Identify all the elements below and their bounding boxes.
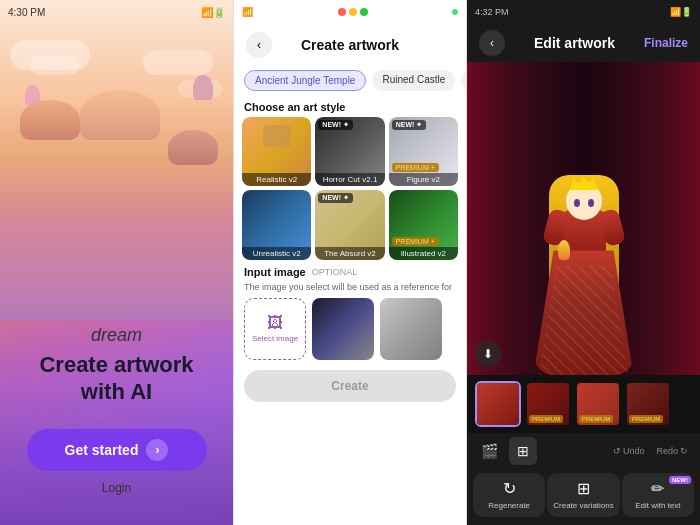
premium-badge-figure: PREMIUM + [392,163,439,172]
login-link[interactable]: Login [102,481,131,495]
chip-jungle[interactable]: Ancient Jungle Temple [244,70,366,91]
art-label-realistic: Realistic v2 [242,173,311,186]
minimize-dot[interactable] [349,8,357,16]
action-bar: ↻ Regenerate ⊞ Create variations NEW! ✏ … [467,469,700,525]
island-right [168,130,218,165]
new-feature-badge: NEW! [669,476,691,484]
toolbar: 🎬 ⊞ ↺ Undo Redo ↻ [467,433,700,469]
redo-label: Redo [656,446,678,456]
art-label-figure: Figure v2 [389,173,458,186]
princess-container [467,62,700,375]
create-button[interactable]: Create [244,370,456,402]
tree1 [25,85,40,105]
art-card-unrealistic[interactable]: Unrealistic v2 [242,190,311,259]
thumb-premium-2: PREMIUM [529,415,563,423]
variations-icon: ⊞ [577,479,590,498]
redo-button[interactable]: Redo ↻ [652,444,692,458]
online-indicator [452,7,458,17]
art-label-illustrated: Illustrated v2 [389,247,458,260]
undo-icon: ↺ [613,446,621,456]
create-variations-button[interactable]: ⊞ Create variations [547,473,619,517]
style-chips-row: Ancient Jungle Temple Ruined Castle Fie.… [234,66,466,95]
undo-label: Undo [623,446,645,456]
finalize-button[interactable]: Finalize [644,36,688,50]
input-section: Input image OPTIONAL The image you selec… [234,260,466,364]
panel-dream-intro: 4:30 PM 📶🔋 dream Create artwork with AI … [0,0,233,525]
princess-flower [558,240,570,260]
art-label-absurd: The Absurd v2 [315,247,384,260]
panel2-title: Create artwork [280,37,420,53]
dream-logo: dream [91,325,142,346]
create-button-bar: Create [234,364,466,408]
thumb-premium-3: PREMIUM [579,415,613,423]
art-card-horror[interactable]: NEW! ✦ Horror Cut v2.1 [315,117,384,186]
thumbnail-row: PREMIUM PREMIUM PREMIUM [467,375,700,433]
art-card-illustrated[interactable]: PREMIUM + Illustrated v2 [389,190,458,259]
thumbnail-2[interactable]: PREMIUM [525,381,571,427]
grid-tool-button[interactable]: ⊞ [509,437,537,465]
redo-icon: ↻ [680,446,688,456]
cloud-left2 [30,55,80,75]
thumb-premium-4: PREMIUM [629,415,663,423]
arrow-icon: › [146,439,168,461]
get-started-label: Get started [65,442,139,458]
panel-create-artwork: 📶 ‹ Create artwork Ancient Jungle Temple… [233,0,467,525]
get-started-button[interactable]: Get started › [27,429,207,471]
edit-with-text-button[interactable]: NEW! ✏ Edit with text [622,473,694,517]
edit-text-label: Edit with text [635,501,680,511]
maximize-dot[interactable] [360,8,368,16]
thumb-bg-1 [477,383,519,425]
video-tool-button[interactable]: 🎬 [475,437,503,465]
panel2-header: ‹ Create artwork [234,24,466,66]
undo-redo-controls: ↺ Undo Redo ↻ [609,444,692,458]
dream-tagline: Create artwork with AI [0,352,233,405]
regenerate-label: Regenerate [488,501,530,511]
regenerate-button[interactable]: ↻ Regenerate [473,473,545,517]
cloud-right [143,50,213,75]
back-button-panel2[interactable]: ‹ [246,32,272,58]
panel3-title: Edit artwork [505,35,644,51]
panel-edit-artwork: 4:32 PM 📶🔋 ‹ Edit artwork Finalize [467,0,700,525]
intro-content: dream Create artwork with AI [0,325,233,405]
image-add-icon: 🖼 [267,314,283,332]
thumbnail-1[interactable] [475,381,521,427]
premium-badge-illustrated: PREMIUM + [392,237,439,246]
art-style-grid: Realistic v2 NEW! ✦ Horror Cut v2.1 NEW!… [234,117,466,260]
status-icons-p3: 📶🔋 [670,7,692,17]
art-card-realistic[interactable]: Realistic v2 [242,117,311,186]
variations-label: Create variations [553,501,613,511]
new-badge-figure: NEW! ✦ [392,120,427,130]
sample-image-2 [380,298,442,360]
status-bar-panel3: 4:32 PM 📶🔋 [467,0,700,24]
intro-buttons: Get started › Login [0,429,233,495]
status-time: 4:30 PM [8,7,45,18]
art-label-horror: Horror Cut v2.1 [315,173,384,186]
thumbnail-3[interactable]: PREMIUM [575,381,621,427]
tree2 [193,75,213,100]
island-center [80,90,160,140]
sample-image-1 [312,298,374,360]
input-description: The image you select will be used as a r… [244,282,456,292]
chip-field[interactable]: Fie... [461,70,466,91]
chip-castle[interactable]: Ruined Castle [372,70,455,91]
princess-crown [570,176,598,190]
input-label-row: Input image OPTIONAL [244,266,456,278]
island-left [20,100,80,140]
art-card-figure[interactable]: NEW! ✦ PREMIUM + Figure v2 [389,117,458,186]
close-dot[interactable] [338,8,346,16]
window-controls [338,8,368,16]
image-selection-row: 🖼 Select image [244,298,456,360]
undo-button[interactable]: ↺ Undo [609,444,649,458]
back-button-panel3[interactable]: ‹ [479,30,505,56]
art-label-unrealistic: Unrealistic v2 [242,247,311,260]
select-image-button[interactable]: 🖼 Select image [244,298,306,360]
wifi-icon: 📶 [242,7,253,17]
art-style-label: Choose an art style [234,95,466,117]
new-badge-absurd: NEW! ✦ [318,193,353,203]
thumbnail-4[interactable]: PREMIUM [625,381,671,427]
status-icons: 📶🔋 [201,7,225,18]
status-bar-panel1: 4:30 PM 📶🔋 [0,0,233,24]
art-card-absurd[interactable]: NEW! ✦ The Absurd v2 [315,190,384,259]
artwork-display-area: ⬇ [467,62,700,375]
status-time-p3: 4:32 PM [475,7,509,17]
